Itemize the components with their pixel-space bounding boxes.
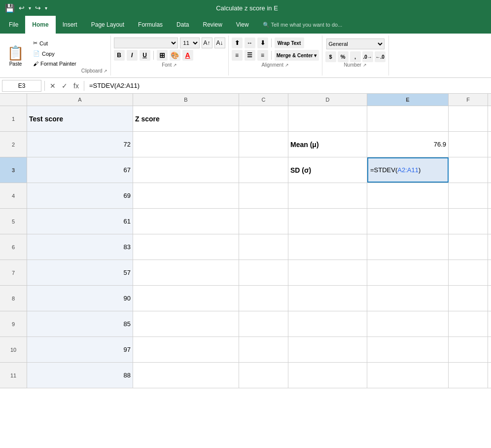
insert-function-icon[interactable]: fx — [71, 81, 81, 91]
row-header-1[interactable]: 1 — [0, 106, 27, 132]
cell-d3[interactable]: SD (σ) — [288, 157, 367, 183]
cell-e10[interactable] — [367, 337, 449, 362]
cell-a6[interactable]: 83 — [27, 234, 133, 260]
tab-page-layout[interactable]: Page Layout — [84, 16, 131, 34]
tab-data[interactable]: Data — [170, 16, 196, 34]
cell-c8[interactable] — [239, 286, 288, 311]
cell-a5[interactable]: 61 — [27, 209, 133, 234]
corner-cell[interactable] — [0, 94, 27, 106]
cell-c3[interactable] — [239, 157, 288, 183]
cell-c7[interactable] — [239, 260, 288, 285]
cut-button[interactable]: ✂ Cut — [30, 38, 79, 48]
font-size-increase[interactable]: A↑ — [202, 37, 212, 48]
copy-button[interactable]: 📄 Copy — [30, 49, 79, 58]
cell-d11[interactable] — [288, 363, 367, 388]
tab-tell-me[interactable]: 🔍 Tell me what you want to do... — [256, 16, 350, 34]
cell-e6[interactable] — [367, 234, 449, 260]
tab-formulas[interactable]: Formulas — [131, 16, 170, 34]
align-bottom-button[interactable]: ⬇ — [257, 37, 268, 48]
row-header-11[interactable]: 11 — [0, 363, 27, 388]
cell-f7[interactable] — [449, 260, 488, 285]
undo-icon[interactable]: ↩ — [19, 4, 25, 12]
cell-d1[interactable] — [288, 106, 367, 131]
font-size-decrease[interactable]: A↓ — [214, 37, 225, 48]
cell-d8[interactable] — [288, 286, 367, 311]
undo-dropdown[interactable]: ▾ — [29, 5, 31, 11]
align-right-button[interactable]: ≡ — [257, 50, 268, 61]
redo-dropdown[interactable]: ▾ — [45, 5, 47, 11]
tab-file[interactable]: File — [2, 16, 25, 34]
cell-b8[interactable] — [133, 286, 239, 311]
paste-button[interactable]: 📋 Paste — [3, 37, 28, 74]
cell-a3[interactable]: 67 — [27, 157, 133, 183]
cell-a9[interactable]: 85 — [27, 311, 133, 336]
save-icon[interactable]: 💾 — [5, 3, 15, 13]
cell-b1[interactable]: Z score — [133, 106, 239, 131]
border-button[interactable]: ⊞ — [157, 50, 168, 61]
col-header-e[interactable]: E — [367, 94, 449, 106]
tab-home[interactable]: Home — [25, 16, 55, 34]
cell-f4[interactable] — [449, 183, 488, 208]
cell-a1[interactable]: Test score — [27, 106, 133, 131]
number-format-select[interactable]: General — [326, 38, 385, 49]
cell-e8[interactable] — [367, 286, 449, 311]
cell-f6[interactable] — [449, 234, 488, 260]
row-header-7[interactable]: 7 — [0, 260, 27, 286]
col-header-f[interactable]: F — [449, 94, 488, 106]
cell-a7[interactable]: 57 — [27, 260, 133, 285]
cell-c11[interactable] — [239, 363, 288, 388]
percent-button[interactable]: % — [338, 51, 349, 62]
cell-f2[interactable] — [449, 132, 488, 157]
row-header-6[interactable]: 6 — [0, 234, 27, 260]
cell-c1[interactable] — [239, 106, 288, 131]
cell-d6[interactable] — [288, 234, 367, 260]
cell-b11[interactable] — [133, 363, 239, 388]
cell-f8[interactable] — [449, 286, 488, 311]
fill-color-button[interactable]: 🎨 — [170, 50, 180, 61]
wrap-text-button[interactable]: Wrap Text — [275, 37, 304, 48]
col-header-d[interactable]: D — [288, 94, 367, 106]
cell-f9[interactable] — [449, 311, 488, 336]
increase-decimal[interactable]: .0→ — [362, 51, 373, 62]
cell-e2[interactable]: 76.9 — [367, 132, 449, 157]
row-header-8[interactable]: 8 — [0, 286, 27, 311]
row-header-9[interactable]: 9 — [0, 311, 27, 337]
cell-d10[interactable] — [288, 337, 367, 362]
currency-button[interactable]: $ — [325, 51, 336, 62]
row-header-4[interactable]: 4 — [0, 183, 27, 209]
decrease-decimal[interactable]: ←.0 — [375, 51, 386, 62]
cell-a2[interactable]: 72 — [27, 132, 133, 157]
col-header-b[interactable]: B — [133, 94, 239, 106]
cell-c10[interactable] — [239, 337, 288, 362]
cell-b3[interactable] — [133, 157, 239, 183]
cell-e1[interactable] — [367, 106, 449, 131]
cell-f10[interactable] — [449, 337, 488, 362]
cell-reference-box[interactable] — [2, 80, 41, 92]
cell-f1[interactable] — [449, 106, 488, 131]
align-middle-button[interactable]: ↔ — [245, 37, 255, 48]
cell-c2[interactable] — [239, 132, 288, 157]
confirm-formula-icon[interactable]: ✓ — [60, 81, 70, 91]
font-color-button[interactable]: A — [182, 50, 193, 61]
align-top-button[interactable]: ⬆ — [232, 37, 243, 48]
cell-d5[interactable] — [288, 209, 367, 234]
row-header-3[interactable]: 3 — [0, 157, 27, 183]
cell-c9[interactable] — [239, 311, 288, 336]
cell-e5[interactable] — [367, 209, 449, 234]
cell-e3[interactable]: =STDEV(A2:A11) — [367, 157, 449, 183]
merge-center-button[interactable]: Merge & Center ▾ — [275, 50, 319, 61]
align-left-button[interactable]: ≡ — [232, 50, 243, 61]
bold-button[interactable]: B — [114, 50, 125, 61]
row-header-10[interactable]: 10 — [0, 337, 27, 363]
cancel-formula-icon[interactable]: ✕ — [48, 81, 58, 91]
cell-e11[interactable] — [367, 363, 449, 388]
font-name-select[interactable] — [114, 37, 178, 48]
tab-insert[interactable]: Insert — [56, 16, 84, 34]
row-header-5[interactable]: 5 — [0, 209, 27, 234]
cell-e7[interactable] — [367, 260, 449, 285]
col-header-c[interactable]: C — [239, 94, 288, 106]
cell-a11[interactable]: 88 — [27, 363, 133, 388]
cell-c4[interactable] — [239, 183, 288, 208]
row-header-2[interactable]: 2 — [0, 132, 27, 157]
cell-d4[interactable] — [288, 183, 367, 208]
